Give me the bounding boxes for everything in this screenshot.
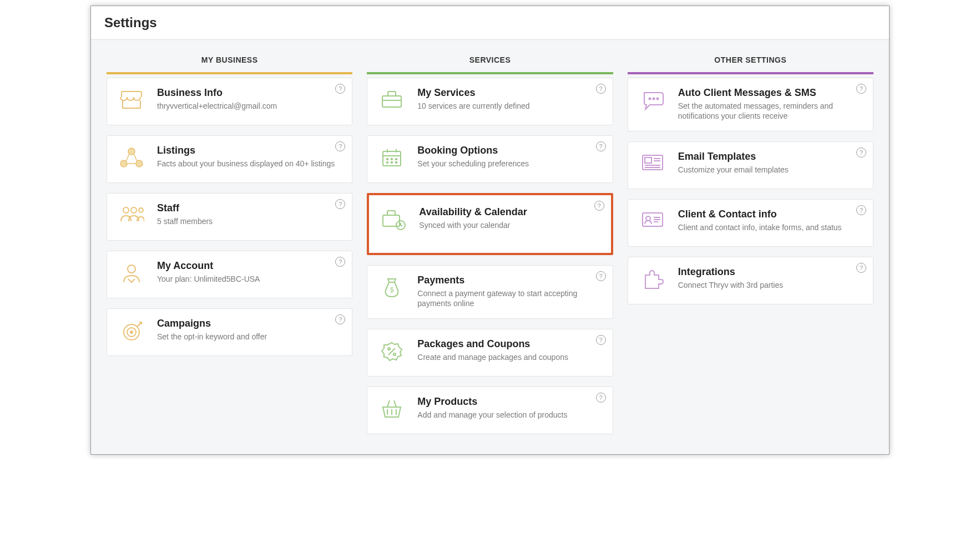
card-desc: Set the automated messages, reminders an… — [678, 101, 863, 121]
card-desc: thryvvertical+electrical@gmail.com — [157, 101, 342, 111]
card-title: Auto Client Messages & SMS — [678, 87, 863, 99]
money-bag-icon: $ — [377, 275, 406, 299]
card-my-products[interactable]: My Products Add and manage your selectio… — [367, 387, 613, 434]
help-icon[interactable]: ? — [596, 271, 606, 281]
help-icon[interactable]: ? — [596, 335, 606, 345]
card-business-info[interactable]: Business Info thryvvertical+electrical@g… — [107, 78, 352, 125]
svg-point-9 — [130, 331, 133, 333]
help-icon[interactable]: ? — [596, 141, 606, 151]
column-my-business: MY BUSINESS Business Info thryvvertical+… — [107, 55, 352, 356]
card-desc: 10 services are currently defined — [417, 101, 602, 111]
network-icon — [117, 145, 146, 169]
card-title: Packages and Coupons — [417, 338, 602, 350]
card-desc: Customize your email templates — [678, 165, 863, 175]
card-desc: Connect a payment gateway to start accep… — [417, 288, 602, 308]
svg-point-12 — [387, 159, 388, 160]
card-title: Listings — [157, 145, 342, 156]
card-desc: Set your scheduling preferences — [417, 159, 602, 169]
percent-badge-icon — [377, 338, 406, 363]
card-desc: Create and manage packages and coupons — [417, 352, 602, 362]
help-icon[interactable]: ? — [335, 314, 345, 324]
card-auto-client-messages[interactable]: Auto Client Messages & SMS Set the autom… — [628, 78, 873, 131]
svg-point-23 — [649, 98, 650, 100]
page-title: Settings — [104, 15, 876, 31]
help-icon[interactable]: ? — [856, 148, 866, 157]
svg-point-25 — [656, 98, 658, 100]
card-title: Client & Contact info — [678, 209, 863, 220]
help-icon[interactable]: ? — [596, 84, 606, 94]
card-booking-options[interactable]: Booking Options Set your scheduling pref… — [367, 135, 613, 183]
svg-point-29 — [646, 216, 650, 221]
chat-bubble-icon — [638, 87, 667, 110]
help-icon[interactable]: ? — [335, 141, 345, 151]
svg-rect-18 — [383, 215, 400, 226]
card-desc: Client and contact info, intake forms, a… — [678, 222, 863, 232]
card-title: Integrations — [678, 266, 863, 278]
card-payments[interactable]: $ Payments Connect a payment gateway to … — [367, 265, 613, 319]
card-packages-coupons[interactable]: Packages and Coupons Create and manage p… — [367, 329, 613, 377]
svg-point-15 — [387, 162, 388, 163]
puzzle-icon — [638, 266, 667, 291]
card-title: Payments — [417, 275, 602, 286]
column-header-services: SERVICES — [367, 55, 613, 74]
svg-point-3 — [123, 207, 129, 213]
card-email-templates[interactable]: Email Templates Customize your email tem… — [628, 141, 873, 189]
svg-rect-27 — [645, 157, 651, 163]
card-title: My Services — [417, 87, 602, 99]
card-desc: Connect Thryv with 3rd parties — [678, 280, 863, 290]
svg-point-17 — [396, 162, 397, 163]
svg-point-4 — [131, 207, 137, 213]
svg-point-24 — [653, 98, 654, 100]
card-title: Business Info — [157, 87, 342, 99]
card-desc: 5 staff members — [157, 216, 342, 226]
column-header-business: MY BUSINESS — [107, 55, 352, 74]
svg-point-13 — [391, 159, 392, 160]
card-my-services[interactable]: My Services 10 services are currently de… — [367, 78, 613, 125]
card-availability-calendar[interactable]: Availability & Calendar Synced with your… — [367, 193, 613, 255]
help-icon[interactable]: ? — [856, 263, 866, 273]
newspaper-icon — [638, 151, 667, 172]
column-services: SERVICES My Services 10 services are cur… — [367, 55, 613, 434]
settings-page: Settings MY BUSINESS Business Info thryv… — [90, 6, 890, 455]
target-icon — [117, 318, 146, 342]
card-client-contact-info[interactable]: Client & Contact info Client and contact… — [628, 199, 873, 247]
card-title: Booking Options — [417, 145, 602, 156]
card-desc: Set the opt-in keyword and offer — [157, 332, 342, 342]
card-title: Availability & Calendar — [419, 206, 600, 218]
card-title: My Products — [417, 396, 602, 408]
card-title: Campaigns — [157, 318, 342, 329]
help-icon[interactable]: ? — [594, 201, 604, 211]
help-icon[interactable]: ? — [856, 205, 866, 215]
card-campaigns[interactable]: Campaigns Set the opt-in keyword and off… — [107, 308, 352, 356]
briefcase-icon — [377, 87, 406, 109]
card-title: My Account — [157, 260, 342, 272]
column-header-other: OTHER SETTINGS — [628, 55, 873, 74]
card-listings[interactable]: Listings Facts about your business displ… — [107, 135, 352, 183]
help-icon[interactable]: ? — [335, 257, 345, 267]
card-staff[interactable]: Staff 5 staff members ? — [107, 193, 352, 241]
svg-point-5 — [139, 208, 143, 212]
svg-point-6 — [128, 265, 135, 273]
card-desc: Facts about your business displayed on 4… — [157, 159, 342, 169]
svg-point-21 — [388, 348, 390, 350]
help-icon[interactable]: ? — [596, 393, 606, 403]
staff-icon — [117, 202, 146, 223]
svg-point-14 — [396, 159, 397, 160]
svg-text:$: $ — [390, 286, 394, 294]
briefcase-clock-icon — [379, 206, 408, 231]
svg-point-22 — [393, 353, 396, 355]
card-my-account[interactable]: My Account Your plan: Unlimited5BC-USA ? — [107, 251, 352, 298]
card-desc: Your plan: Unlimited5BC-USA — [157, 274, 342, 284]
column-other-settings: OTHER SETTINGS Auto Client Messages & SM… — [628, 55, 873, 304]
help-icon[interactable]: ? — [856, 84, 866, 94]
account-icon — [117, 260, 146, 284]
page-header: Settings — [91, 6, 889, 40]
help-icon[interactable]: ? — [335, 84, 345, 94]
help-icon[interactable]: ? — [335, 199, 345, 209]
storefront-icon — [117, 87, 146, 110]
card-title: Staff — [157, 202, 342, 214]
card-integrations[interactable]: Integrations Connect Thryv with 3rd part… — [628, 257, 873, 304]
card-desc: Synced with your calendar — [419, 220, 600, 230]
svg-rect-10 — [382, 96, 401, 107]
card-desc: Add and manage your selection of product… — [417, 410, 602, 420]
